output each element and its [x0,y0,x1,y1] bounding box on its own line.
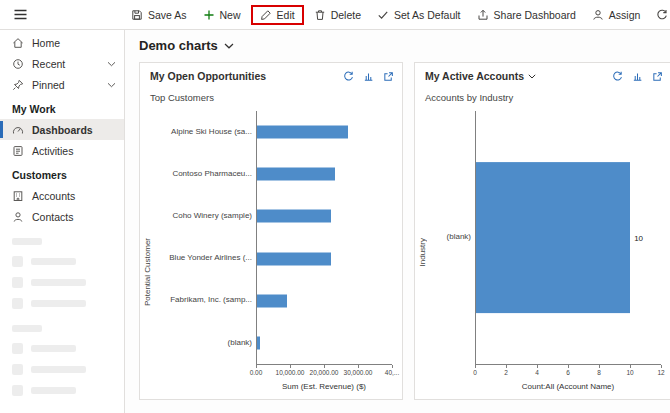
bar[interactable] [257,252,331,265]
chart-subtitle: Top Customers [140,84,402,107]
sidebar-item-faded[interactable] [0,251,124,272]
y-axis-label: Potential Customer [143,238,152,306]
sidebar: Home Recent Pinned My Work Da [0,30,125,413]
x-tick-mark [661,365,662,368]
sidebar-item-contacts[interactable]: Contacts [0,206,124,227]
bar[interactable] [257,210,331,223]
toolbar-label: Share Dashboard [494,9,576,21]
chart-card-title: My Active Accounts [425,70,524,82]
x-tick-label: 30,000.00 [344,369,373,376]
save-as-button[interactable]: Save As [125,5,193,25]
check-icon [377,9,389,21]
x-tick-mark [392,365,393,368]
bar[interactable] [257,336,260,349]
x-tick-mark [568,365,569,368]
toolbar-label: Save As [148,9,187,21]
chart-subtitle: Accounts by Industry [415,84,670,107]
sidebar-item-recent[interactable]: Recent [0,53,124,74]
refresh-icon[interactable] [343,71,354,82]
share-dashboard-button[interactable]: Share Dashboard [471,5,582,25]
x-tick-mark [290,365,291,368]
bar[interactable] [476,162,630,314]
set-as-default-button[interactable]: Set As Default [371,5,467,25]
sidebar-item-accounts[interactable]: Accounts [0,185,124,206]
bar-row: Blue Yonder Airlines (... [158,238,392,280]
category-label: Coho Winery (sample) [158,195,256,237]
bar-row: Alpine Ski House (sa... [158,111,392,153]
bar[interactable] [257,126,348,139]
bar-track [256,238,392,280]
sidebar-item-label: Dashboards [32,124,93,136]
bar-rows: Alpine Ski House (sa...Contoso Pharmaceu… [158,111,392,364]
assign-button[interactable]: Assign [586,5,647,25]
sidebar-item-label: Contacts [32,211,73,223]
bar-track [256,195,392,237]
category-label: Fabrikam, Inc. (samp... [158,280,256,322]
hamburger-menu-button[interactable] [11,6,30,23]
sidebar-item-activities[interactable]: Activities [0,140,124,161]
chevron-down-icon [224,43,234,49]
dashboard-selector[interactable]: Demo charts [139,38,234,53]
building-icon [12,190,24,202]
bar[interactable] [257,294,287,307]
x-axis-label: Count:All (Account Name) [475,380,661,395]
sidebar-section-my-work: My Work [0,95,124,119]
sidebar-item-home[interactable]: Home [0,32,124,53]
x-tick-label: 10,000.00 [276,369,305,376]
sidebar-item-faded[interactable] [0,380,124,401]
toolbar-label: Edit [277,9,295,21]
refresh-icon [656,9,668,21]
bar-value-label: 10 [634,233,643,242]
toolbar-label: Assign [609,9,641,21]
new-button[interactable]: New [197,5,247,25]
page-title: Demo charts [139,38,218,53]
trash-icon [314,9,326,21]
edit-button[interactable]: Edit [251,5,304,25]
bar[interactable] [257,168,335,181]
save-icon [131,9,143,21]
sidebar-item-faded[interactable] [0,359,124,380]
delete-button[interactable]: Delete [308,5,367,25]
x-tick-label: 0 [473,369,477,376]
category-label: (blank) [158,322,256,364]
expand-icon[interactable] [383,71,394,82]
sidebar-item-faded[interactable] [0,272,124,293]
chevron-down-icon [528,74,536,79]
x-tick-label: 4 [535,369,539,376]
toolbar-label: Set As Default [394,9,461,21]
bar-row: Coho Winery (sample) [158,195,392,237]
refresh-icon[interactable] [612,71,623,82]
sidebar-item-pinned[interactable]: Pinned [0,74,124,95]
sidebar-section-faded [0,314,124,338]
hamburger-icon [14,9,27,20]
chart-type-icon[interactable] [363,71,374,82]
chevron-down-icon [107,61,116,67]
assign-person-icon [592,9,604,21]
bar-chart: Industry (blank)10 024681012 Count:All (… [415,107,670,399]
x-tick-label: 20,000.00 [310,369,339,376]
sidebar-item-faded[interactable] [0,338,124,359]
sidebar-item-label: Accounts [32,190,75,202]
x-tick-label: 0.00 [250,369,263,376]
toolbar-label: New [220,9,241,21]
x-tick-mark [358,365,359,368]
chart-card-title: My Open Opportunities [150,70,266,82]
share-icon [477,9,489,21]
refresh-all-button[interactable]: Refresh All [650,5,670,25]
chart-card-my-active-accounts: My Active Accounts [414,62,670,400]
x-tick-mark [537,365,538,368]
x-tick-mark [475,365,476,368]
x-tick-label: 2 [504,369,508,376]
dashboard-icon [12,124,24,136]
chart-type-icon[interactable] [632,71,643,82]
sidebar-item-dashboards[interactable]: Dashboards [0,119,124,140]
bar-track [256,153,392,195]
chevron-down-icon [107,82,116,88]
x-tick-label: 40,... [385,369,399,376]
chart-title-dropdown[interactable]: My Active Accounts [425,70,536,82]
x-tick-mark [256,365,257,368]
x-tick-mark [599,365,600,368]
sidebar-item-faded[interactable] [0,293,124,314]
expand-icon[interactable] [652,71,663,82]
bar-track: 10 [475,111,661,364]
